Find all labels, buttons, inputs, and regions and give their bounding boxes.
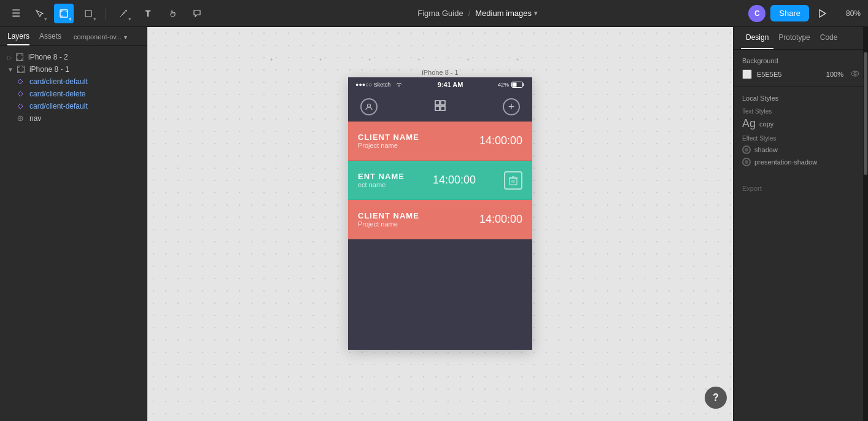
layer-expand-icon: ▷: [7, 54, 12, 61]
card-3-left: CLIENT NAME Project name: [358, 211, 419, 228]
card-3-time: 14:00:00: [479, 213, 522, 226]
card-2-project: ect name: [358, 181, 405, 188]
effect-shadow-row[interactable]: shadow: [742, 145, 859, 154]
tool-text[interactable]: T: [138, 4, 158, 23]
status-left: ●●●○○ Sketch: [355, 82, 403, 88]
component-layer-icon-2: [17, 91, 23, 97]
style-copy-label: copy: [759, 120, 773, 128]
frame-layer-icon: [16, 53, 23, 61]
svg-rect-7: [17, 54, 23, 61]
layer-item-card-delete[interactable]: card/client-delete: [0, 88, 147, 100]
hamburger-icon: ☰: [12, 7, 20, 19]
layer-item-card-default-1[interactable]: card/client-default: [0, 75, 147, 88]
layer-name-card-default-1: card/client-default: [29, 77, 88, 86]
left-panel: Layers Assets component-ov... ▾ ▷: [0, 27, 147, 421]
play-icon: [819, 9, 826, 18]
layer-expand-icon-2: ▼: [7, 66, 14, 73]
phone-frame: ●●●○○ Sketch 9:41 AM 42%: [348, 77, 532, 350]
svg-point-41: [851, 71, 859, 76]
background-color-value[interactable]: E5E5E5: [757, 71, 781, 78]
layer-name-iphone8-1: iPhone 8 - 1: [29, 65, 69, 74]
card-3-name: CLIENT NAME: [358, 211, 419, 220]
tool-pen[interactable]: ▾: [114, 4, 133, 23]
toolbar: ☰ ▾ ▾ ▾ ▾ T: [0, 0, 868, 27]
card-3-project: Project name: [358, 220, 419, 228]
svg-point-6: [126, 10, 127, 11]
project-label: Figma Guide: [417, 9, 463, 18]
tab-assets[interactable]: Assets: [39, 32, 61, 45]
plus-icon: +: [508, 101, 515, 112]
background-section: Background E5E5E5 100%: [734, 50, 868, 87]
component-filter[interactable]: component-ov... ▾: [74, 33, 127, 44]
right-panel-tabs: Design Prototype Code: [734, 27, 868, 50]
tab-design[interactable]: Design: [741, 27, 773, 49]
effect-presentation-shadow-row[interactable]: presentation-shadow: [742, 158, 859, 166]
layer-item-iphone8-2[interactable]: ▷ iPhone 8 - 2: [0, 51, 147, 63]
play-button[interactable]: [814, 5, 831, 22]
card-1-project: Project name: [358, 142, 419, 149]
text-style-row[interactable]: Ag copy: [742, 117, 859, 130]
frame-layer-icon-2: [17, 66, 25, 73]
svg-rect-29: [513, 83, 517, 87]
card-1-name: CLIENT NAME: [358, 133, 419, 142]
layer-item-nav[interactable]: nav: [0, 112, 147, 125]
share-button[interactable]: Share: [770, 5, 809, 21]
pen-icon: [119, 9, 128, 18]
breadcrumb: Figma Guide / Medium images ▾: [212, 9, 743, 18]
tool-shape[interactable]: ▾: [79, 4, 98, 23]
tool-pointer[interactable]: ▾: [29, 4, 49, 23]
breadcrumb-separator: /: [468, 9, 471, 18]
profile-nav-icon: [360, 98, 378, 115]
background-visibility-icon[interactable]: [851, 70, 859, 79]
card-2-delete-btn[interactable]: [504, 171, 522, 190]
effect-shadow-icon: [742, 145, 751, 154]
grid-nav-icon: [434, 99, 446, 115]
hand-icon: [168, 9, 177, 18]
shape-icon: [84, 9, 93, 18]
phone-bottom-nav: [348, 239, 532, 350]
tab-layers[interactable]: Layers: [7, 32, 29, 45]
right-panel: Design Prototype Code Background E5E5E5 …: [733, 27, 868, 421]
card-2-left: ENT NAME ect name: [358, 172, 405, 188]
eye-icon: [851, 71, 859, 77]
tool-frame[interactable]: ▾: [54, 4, 74, 23]
toolbar-right: C Share 80%: [748, 5, 861, 22]
svg-rect-0: [60, 10, 68, 17]
layer-item-iphone8-1[interactable]: ▼ iPhone 8 - 1: [0, 63, 147, 75]
tool-hand[interactable]: [163, 4, 182, 23]
layer-name-iphone8-2: iPhone 8 - 2: [28, 53, 68, 61]
card-1: CLIENT NAME Project name 14:00:00: [348, 122, 532, 161]
canvas-marker-5: +: [467, 56, 470, 63]
hamburger-menu[interactable]: ☰: [7, 5, 25, 22]
tool-pen-chevron: ▾: [128, 17, 131, 22]
canvas[interactable]: + + + + + + iPhone 8 - 1 ●●●○○ Sketch: [147, 27, 733, 421]
export-title: Export: [742, 185, 859, 192]
chevron-down-icon[interactable]: ▾: [534, 9, 538, 17]
card-3: CLIENT NAME Project name 14:00:00: [348, 200, 532, 239]
svg-rect-5: [85, 10, 91, 17]
canvas-marker-2: +: [319, 56, 322, 63]
scrollbar-track[interactable]: [863, 27, 868, 421]
grid-icon: [434, 99, 446, 112]
effect-styles-header: Effect Styles: [742, 135, 859, 142]
zoom-level[interactable]: 80%: [836, 9, 861, 18]
layer-name-card-delete: card/client-delete: [29, 90, 85, 98]
tool-frame-chevron: ▾: [69, 17, 72, 22]
tab-prototype[interactable]: Prototype: [773, 27, 815, 49]
component-layer-icon-3: [17, 103, 23, 109]
phone-body: ●●●○○ Sketch 9:41 AM 42%: [348, 77, 532, 350]
tool-shape-chevron: ▾: [93, 17, 96, 22]
svg-rect-33: [435, 106, 440, 110]
tab-code[interactable]: Code: [815, 27, 843, 49]
help-button[interactable]: ?: [705, 387, 727, 409]
tool-comment[interactable]: [187, 4, 207, 23]
page-title[interactable]: Medium images: [475, 9, 532, 18]
background-opacity[interactable]: 100%: [826, 71, 843, 78]
layer-item-card-default-2[interactable]: card/client-default: [0, 100, 147, 112]
scrollbar-thumb[interactable]: [864, 52, 867, 175]
background-color-swatch[interactable]: [742, 69, 752, 79]
toolbar-separator-1: [106, 7, 106, 20]
effect-presentation-shadow-icon: [742, 158, 751, 166]
status-right: 42%: [498, 82, 525, 88]
svg-rect-16: [17, 66, 24, 73]
